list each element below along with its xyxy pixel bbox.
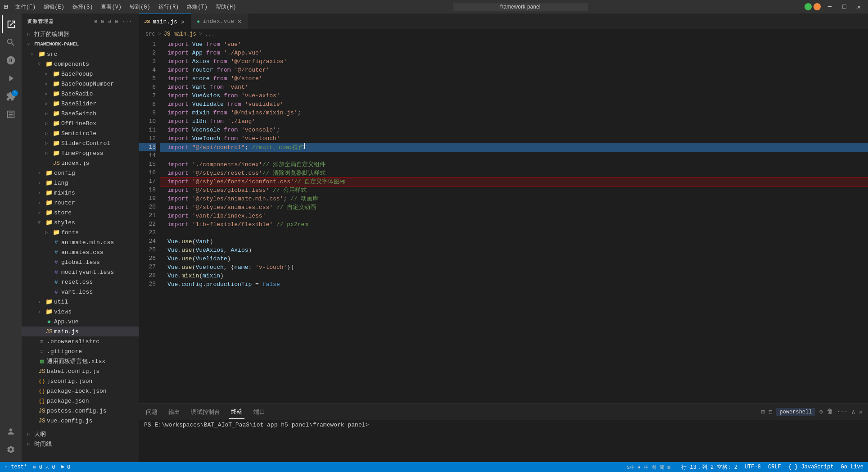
term-shell-label[interactable]: powershell (776, 408, 815, 416)
tree-item-postcss[interactable]: ▷ JS postcss.config.js (22, 406, 139, 416)
breadcrumb-dots[interactable]: ... (205, 31, 215, 37)
tree-item-animate-min[interactable]: ▷ # animate.min.css (22, 237, 139, 247)
tree-item-indexjs-comp[interactable]: ▷ JS index.js (22, 158, 139, 168)
tree-item-mixins[interactable]: ▷ 📁 mixins (22, 188, 139, 198)
settings-icon[interactable] (2, 440, 20, 458)
project-root[interactable]: ▽ FRAMEWORK-PANEL (22, 39, 139, 49)
explorer-icon[interactable] (2, 15, 20, 33)
term-up-icon[interactable]: ∧ (851, 408, 855, 416)
tree-item-package[interactable]: ▷ {} package.json (22, 396, 139, 406)
maximize-btn[interactable]: □ (839, 2, 850, 12)
minimize-btn[interactable]: ─ (824, 2, 835, 12)
breadcrumb-mainjs[interactable]: JS main.js (164, 31, 196, 37)
tree-item-util[interactable]: ▷ 📁 util (22, 297, 139, 307)
tree-label-components: components (54, 61, 89, 68)
close-btn[interactable]: ✕ (854, 2, 864, 12)
collapse-icon[interactable]: ⊟ (114, 18, 120, 25)
code-line-22: import 'lib-flexible/flexible' // px2rem (160, 220, 868, 229)
tree-item-lang[interactable]: ▷ 📁 lang (22, 178, 139, 188)
tree-item-baseslider[interactable]: ▷ 📁 BaseSlider (22, 99, 139, 109)
tree-item-sliderccontrol[interactable]: ▷ 📁 SlidercControl (22, 138, 139, 148)
tree-item-basepopupnumber[interactable]: ▷ 📁 BasePopupNumber (22, 79, 139, 89)
tree-item-styles[interactable]: ▽ 📁 styles (22, 218, 139, 227)
tree-item-semicircle[interactable]: ▷ 📁 Semicircle (22, 128, 139, 138)
code-area[interactable]: import Vue from 'vue' import App from '.… (160, 39, 868, 404)
breadcrumb-src[interactable]: src (145, 31, 155, 37)
timeline-section[interactable]: ▷ 时间线 (22, 439, 139, 449)
tree-item-baseswitch[interactable]: ▷ 📁 BaseSwitch (22, 109, 139, 118)
terminal-content[interactable]: PS E:\workspaces\BAT_AIoT_PaaS\iot-app-h… (139, 420, 868, 462)
term-tab-debug[interactable]: 调试控制台 (189, 405, 222, 419)
refresh-icon[interactable]: ↺ (108, 18, 113, 25)
tree-item-global-less[interactable]: ▷ # global.less (22, 257, 139, 267)
menu-help[interactable]: 帮助(H) (212, 2, 240, 12)
tree-item-browserslistrc[interactable]: ▷ ≡ .browserslistrc (22, 336, 139, 346)
tree-item-app-vue[interactable]: ▷ ◆ App.vue (22, 317, 139, 327)
term-add-icon[interactable]: ⊕ (819, 408, 823, 416)
menu-edit[interactable]: 编辑(E) (40, 2, 68, 12)
tree-item-timeprogress[interactable]: ▷ 📁 TimeProgress (22, 148, 139, 158)
open-editors-section[interactable]: ▷ 打开的编辑器 (22, 29, 139, 39)
tree-item-offlinebox[interactable]: ▷ 📁 OffLineBox (22, 118, 139, 128)
status-golive[interactable]: Go Live (841, 464, 863, 470)
status-errors[interactable]: ⊗ 0 △ 0 (32, 464, 55, 471)
tab-index-vue-close[interactable]: ✕ (237, 18, 242, 25)
tree-item-main-js[interactable]: ▷ JS main.js (22, 327, 139, 336)
tree-item-gitignore[interactable]: ▷ ≡ .gitignore (22, 346, 139, 356)
tab-main-js-close[interactable]: ✕ (180, 18, 185, 26)
extensions-icon[interactable]: 1 (2, 87, 20, 105)
tree-item-components[interactable]: ▽ 📁 components (22, 59, 139, 69)
new-file-icon[interactable]: ⊕ (93, 18, 99, 25)
tree-item-basepopup[interactable]: ▷ 📁 BasePopup (22, 69, 139, 79)
term-layout-icon[interactable]: ⊟ (769, 408, 772, 416)
status-position[interactable]: 行 13，列 2 空格: 2 (681, 463, 737, 471)
tree-item-animates[interactable]: ▷ # animates.css (22, 247, 139, 257)
tree-item-jsconfig[interactable]: ▷ {} jsconfig.json (22, 376, 139, 386)
menu-run[interactable]: 运行(R) (155, 2, 183, 12)
tree-item-modifyvant[interactable]: ▷ # modifyvant.less (22, 267, 139, 277)
search-input[interactable] (453, 3, 588, 11)
tree-item-xlsx[interactable]: ▷ ▦ 通用面板语言包.xlsx (22, 356, 139, 366)
tree-item-src[interactable]: ▽ 📁 src (22, 49, 139, 59)
term-more-icon[interactable]: ··· (836, 408, 848, 416)
menu-select[interactable]: 选择(S) (69, 2, 97, 12)
outline-section[interactable]: ▷ 大纲 (22, 429, 139, 439)
term-tab-terminal[interactable]: 终端 (229, 405, 244, 419)
tree-item-vueconfig[interactable]: ▷ JS vue.config.js (22, 416, 139, 426)
status-encoding[interactable]: UTF-8 (745, 464, 761, 470)
git-icon[interactable] (2, 51, 20, 69)
code-line-7: import VueAxios from 'vue-axios' (160, 91, 868, 100)
tree-item-views[interactable]: ▷ 📁 views (22, 307, 139, 317)
debug-icon[interactable] (2, 69, 20, 87)
tree-item-baseradio[interactable]: ▷ 📁 BaseRadio (22, 89, 139, 99)
tab-main-js[interactable]: JS main.js ✕ (139, 14, 191, 29)
tree-item-babel[interactable]: ▷ JS babel.config.js (22, 366, 139, 376)
menu-goto[interactable]: 转到(G) (126, 2, 154, 12)
new-folder-icon[interactable]: ⊞ (100, 18, 106, 25)
term-tab-output[interactable]: 输出 (167, 405, 182, 419)
tree-item-package-lock[interactable]: ▷ {} package-lock.json (22, 386, 139, 396)
status-eol[interactable]: CRLF (768, 464, 781, 470)
menu-file[interactable]: 文件(F) (12, 2, 40, 12)
tree-item-vant-less[interactable]: ▷ # vant.less (22, 287, 139, 297)
tree-item-store[interactable]: ▷ 📁 store (22, 208, 139, 218)
status-language[interactable]: { } JavaScript (788, 464, 834, 470)
term-close-icon[interactable]: ✕ (859, 408, 863, 416)
menu-terminal[interactable]: 终端(T) (183, 2, 211, 12)
account-icon[interactable] (2, 422, 20, 440)
tree-item-router[interactable]: ▷ 📁 router (22, 198, 139, 208)
menu-view[interactable]: 查看(V) (97, 2, 125, 12)
table-icon[interactable] (2, 105, 20, 123)
term-trash-icon[interactable]: 🗑 (827, 408, 833, 416)
search-icon[interactable] (2, 33, 20, 51)
tab-index-vue[interactable]: ◆ index.vue ✕ (191, 14, 248, 29)
tree-item-config[interactable]: ▷ 📁 config (22, 168, 139, 178)
status-warnings[interactable]: ⚑ 0 (61, 464, 71, 471)
status-branch[interactable]: ⑃ test* (5, 464, 27, 470)
term-tab-problems[interactable]: 问题 (144, 405, 159, 419)
tree-item-fonts[interactable]: ▷ 📁 fonts (22, 227, 139, 237)
tree-item-reset-css[interactable]: ▷ # reset.css (22, 277, 139, 287)
more-icon[interactable]: ··· (122, 18, 133, 25)
term-split-icon[interactable]: ⊞ (761, 408, 765, 416)
term-tab-ports[interactable]: 端口 (252, 405, 267, 419)
